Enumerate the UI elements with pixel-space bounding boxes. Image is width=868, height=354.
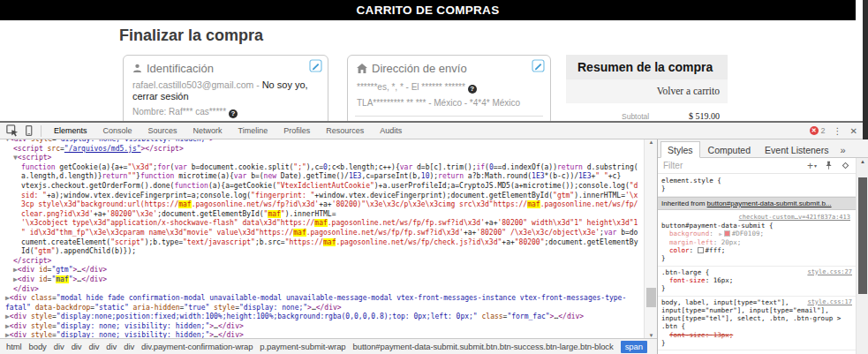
dom-tree-line[interactable]: Id("gtm").appendChild(b)}); [0, 247, 644, 257]
dom-tree-line[interactable]: function getCookie(a){a+="\x3d";for(var … [0, 163, 644, 173]
breadcrumb-item[interactable]: body [29, 342, 47, 351]
rule-close-brace: } [661, 185, 852, 192]
home-icon [357, 63, 367, 76]
dom-tree-line[interactable]: ▶<div id="maf">…</div> [0, 275, 644, 285]
dom-tree-line[interactable]: ▶<div style="display: none; visibility: … [0, 331, 644, 338]
subtotal-label: Subtotal [622, 112, 649, 121]
dom-tree: ▼<div style="display: none; visibility: … [0, 139, 644, 338]
devtools-tab-sources[interactable]: Sources [140, 123, 185, 139]
inherited-from-link[interactable]: button#payment-data-submit.submit.b... [707, 200, 832, 207]
devtools-menu-icon[interactable]: ⋮ [834, 126, 842, 136]
order-summary: Resumen de la compra Volver a carrito Su… [566, 55, 728, 121]
help-icon[interactable]: ? [229, 109, 238, 118]
dom-tree-line[interactable]: ▶<div style="display:none;position:fixed… [0, 313, 644, 322]
breadcrumb-item[interactable]: p.payment-submit-wrap [260, 342, 345, 351]
breadcrumb-item[interactable]: div [124, 342, 134, 351]
styles-rules: element.style {}Inherited from button#pa… [658, 175, 856, 354]
dom-tree-line[interactable]: </script> [0, 257, 644, 267]
breadcrumb-item[interactable]: div [54, 342, 64, 351]
dom-tree-line[interactable]: ▶<div style="display: none; visibility: … [0, 322, 644, 332]
styles-scrollbar[interactable]: ▲ [856, 158, 868, 354]
sidebar-tab-styles[interactable]: Styles [660, 141, 700, 158]
color-swatch[interactable] [698, 247, 704, 253]
breadcrumb-item[interactable]: div [88, 342, 99, 351]
dom-tree-line[interactable]: clear.png?id\x3d'+a+'80200"\x3e';documen… [0, 210, 644, 220]
devtools-tab-console[interactable]: Console [95, 123, 140, 139]
device-toolbar-icon[interactable] [20, 124, 36, 138]
inherited-from-bar: Inherited from button#payment-data-submi… [658, 197, 856, 210]
style-rule: style.css:17body, label, input[type="tex… [658, 297, 856, 351]
page-title: CARRITO DE COMPRAS [357, 4, 500, 17]
dom-tree-line[interactable]: '\x3cobject type\x3d"application/x-shock… [0, 219, 644, 229]
stylesheet-source-link[interactable]: style.css:17 [807, 298, 852, 306]
scroll-up-icon[interactable]: ▲ [645, 139, 658, 145]
sidebar-tabs-overflow-icon[interactable]: » [836, 143, 849, 157]
toggle-element-state-icon[interactable] [824, 161, 834, 170]
devtools-tab-network[interactable]: Network [185, 123, 230, 139]
sidebar-tab-event-listeners[interactable]: Event Listeners [759, 142, 834, 157]
css-property[interactable]: background: ▶#DF0109; [661, 230, 852, 237]
scroll-up-icon[interactable]: ▲ [857, 159, 868, 164]
breadcrumb-item[interactable]: div [106, 342, 117, 351]
devtools-close-icon[interactable]: ✕ [850, 126, 857, 136]
dom-tree-line[interactable]: <script src="/arquivos/md5.js"></script> [0, 145, 644, 154]
styles-filter-bar: Filter +▾ [658, 158, 868, 174]
shipping-card-title: Dirección de envío [372, 62, 467, 75]
dom-tree-line[interactable]: fatal" data-backdrop="static" aria-hidde… [0, 304, 644, 313]
devtools-main: ▼<div style="display: none; visibility: … [0, 139, 868, 354]
breadcrumb-item[interactable]: div.payment-confirmation-wrap [141, 342, 253, 351]
identification-card: Identificación rafael.castillo503@gmail.… [123, 55, 328, 121]
devtools-tab-elements[interactable]: Elements [46, 123, 95, 139]
stylesheet-source-link[interactable]: style.css:27 [807, 268, 852, 276]
elements-scrollbar[interactable]: ▲ ▼ [644, 139, 657, 338]
back-to-cart-link[interactable]: Volver a carrito [657, 86, 720, 96]
console-error-badge[interactable]: ✕ 2 [810, 126, 826, 135]
card-header: Dirección de envío [348, 56, 550, 78]
dom-tree-line[interactable]: " id\x3d"thm_fp"\x3e\x3cparam name\x3d"m… [0, 229, 644, 238]
css-property[interactable]: font-size: 16px; [661, 276, 852, 284]
styles-filter-input[interactable]: Filter [663, 161, 683, 170]
toolbar-right-cluster: ✕ 2 ⋮ ✕ [810, 126, 857, 136]
devtools-tab-profiles[interactable]: Profiles [275, 123, 318, 139]
edit-identification-icon[interactable] [309, 59, 323, 73]
sidebar-tab-computed[interactable]: Computed [702, 142, 757, 157]
breadcrumb-item[interactable]: button#payment-data-submit.submit.btn.bt… [353, 342, 614, 351]
dom-tree-line[interactable]: 3cp style\x3d"background:url(https://maf… [0, 200, 644, 210]
stylesheet-source-link[interactable]: checkout-custom…v=421f837a:413 [739, 214, 850, 221]
css-property[interactable]: margin-left: 20px; [661, 238, 852, 246]
dom-tree-line[interactable]: sid: "+a);window.vtex.deviceFingerprint=… [0, 192, 644, 201]
dom-tree-line[interactable]: ▼<script> [0, 154, 644, 163]
dom-tree-line[interactable]: cument.createElement("script");b.type="t… [0, 238, 644, 248]
new-style-rule-icon[interactable]: +▾ [807, 162, 817, 170]
inspect-element-icon[interactable] [4, 124, 20, 138]
breadcrumb-item[interactable]: html [6, 342, 22, 351]
rule-selector[interactable]: .btn-large { [661, 268, 709, 276]
storefront-page: CARRITO DE COMPRAS Finalizar la compra I… [0, 0, 856, 121]
edit-shipping-icon[interactable] [532, 59, 546, 73]
color-swatch[interactable] [724, 230, 730, 237]
devtools-tab-timeline[interactable]: Timeline [230, 123, 276, 139]
dom-tree-line[interactable]: </div> [0, 285, 644, 295]
dom-tree-line[interactable]: ▶<div id="gtm">…</div> [0, 266, 644, 275]
css-property[interactable]: color: #fff; [661, 246, 852, 254]
dom-breadcrumb: htmlbodydivdivdivdivdivdiv.payment-confi… [0, 338, 657, 354]
rule-selector[interactable]: element.style { [661, 177, 721, 185]
css-property[interactable]: font-size: 13px; [661, 331, 852, 339]
rule-close-brace: } [661, 254, 852, 262]
devtools-tab-audits[interactable]: Audits [372, 123, 410, 139]
dom-tree-line[interactable]: ▶<div class="modal hide fade confirmatio… [0, 294, 644, 304]
breadcrumb-item[interactable]: div [72, 342, 82, 351]
shorthand-expander-icon[interactable]: ▶ [719, 230, 722, 237]
color-format-icon[interactable] [841, 161, 850, 170]
devtools-tab-resources[interactable]: Resources [318, 123, 372, 139]
rule-selector[interactable]: button#payment-data-submit { [661, 222, 773, 230]
elements-scrollbar-thumb[interactable] [646, 288, 656, 307]
style-rule: style.css:27.btn-large {font-size: 16px;… [658, 267, 856, 297]
styles-scrollbar-thumb[interactable] [858, 177, 867, 294]
devtools-tabs: ElementsConsoleSourcesNetworkTimelinePro… [46, 123, 410, 139]
dom-tree-line[interactable]: vtexjs.checkout.getOrderForm().done(func… [0, 182, 644, 192]
breadcrumb-item[interactable]: span [621, 341, 647, 353]
dom-tree-line[interactable]: a.length,d.length)}return""}function mic… [0, 172, 644, 182]
help-icon[interactable]: ? [468, 85, 477, 94]
page-title-bar: CARRITO DE COMPRAS [0, 0, 856, 20]
